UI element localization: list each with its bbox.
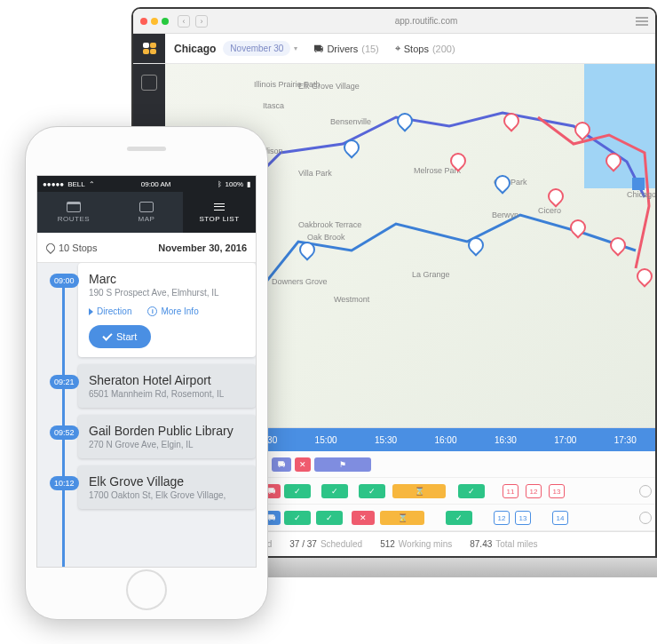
phone-status-bar: ●●●●●BELL⌃ 09:00 AM ᛒ100%▮ — [37, 176, 256, 192]
battery-icon: ▮ — [247, 180, 250, 188]
map-pin-icon[interactable] — [605, 153, 619, 171]
mini-segment[interactable]: 13 — [515, 511, 531, 525]
stop-title: Sheraton Hotel Airport — [89, 373, 245, 387]
mini-segment[interactable]: 12 — [526, 484, 542, 498]
map-pin-icon[interactable] — [503, 113, 517, 131]
browser-chrome: ‹ › app.routific.com — [133, 9, 655, 34]
map-city-label: Oakbrook Terrace — [298, 220, 361, 229]
mini-segment[interactable]: 14 — [552, 511, 568, 525]
route-vertical-line — [62, 279, 65, 567]
stop-segment[interactable]: ⌛ — [380, 511, 424, 525]
map-pin-icon[interactable] — [467, 237, 481, 255]
map-city-label: Oak Brook — [307, 233, 345, 242]
routific-logo-icon — [142, 43, 156, 55]
stop-segment[interactable]: ✕ — [352, 511, 375, 525]
tab-map[interactable]: MAP — [110, 192, 183, 233]
info-icon: i — [147, 306, 157, 316]
tab-stoplist[interactable]: STOP LIST — [183, 192, 256, 233]
stop-address: 6501 Mannheim Rd, Rosemont, IL — [89, 389, 245, 399]
drivers-toggle[interactable]: ⛟ Drivers (15) — [313, 44, 378, 54]
map-pin-icon[interactable] — [609, 237, 623, 255]
stop-title: Elk Grove Village — [89, 474, 245, 489]
destination-flag-icon[interactable] — [632, 178, 645, 190]
status-time: 09:00 AM — [141, 180, 171, 188]
map-pin-icon[interactable] — [574, 122, 588, 139]
app-topbar: Chicago November 30 ▾ ⛟ Drivers (15) ⌖ S… — [133, 34, 655, 64]
flag-segment[interactable]: ⚑ — [314, 457, 371, 472]
stop-title: Gail Borden Public Library — [89, 424, 245, 438]
list-icon — [212, 202, 226, 212]
stop-list[interactable]: 09:00 Marc 190 S Prospect Ave, Elmhurst,… — [37, 263, 256, 567]
map-city-label: La Grange — [412, 270, 450, 279]
browser-forward-button[interactable]: › — [195, 15, 208, 28]
map-pin-icon[interactable] — [547, 188, 561, 206]
vehicle-segment[interactable]: ⛟ — [272, 457, 291, 472]
stop-time-badge: 09:21 — [50, 375, 79, 389]
stop-card[interactable]: 09:21 Sheraton Hotel Airport 6501 Mannhe… — [78, 364, 256, 408]
stoplist-subheader: 10 Stops November 30, 2016 — [37, 233, 256, 263]
pin-icon: ⌖ — [395, 43, 400, 54]
calendar-icon — [67, 202, 81, 212]
stop-segment[interactable]: ✓ — [316, 511, 343, 525]
stops-toggle[interactable]: ⌖ Stops (200) — [395, 43, 455, 54]
bluetooth-icon: ᛒ — [218, 180, 222, 188]
copy-icon[interactable] — [141, 75, 157, 91]
pin-icon — [44, 241, 57, 253]
hamburger-icon[interactable] — [636, 17, 648, 26]
stop-address: 190 S Prospect Ave, Elmhurst, IL — [89, 288, 245, 298]
stop-segment[interactable]: ✓ — [458, 484, 485, 498]
map-city-label: Westmont — [334, 295, 369, 304]
map-pin-icon[interactable] — [569, 219, 583, 237]
map-pin-icon[interactable] — [636, 268, 650, 286]
chevron-down-icon[interactable]: ▾ — [294, 44, 297, 52]
map-city-label: Berwyn — [492, 211, 518, 219]
more-info-link[interactable]: iMore Info — [147, 306, 198, 316]
stop-segment[interactable]: ✓ — [446, 511, 472, 525]
date-pill[interactable]: November 30 — [223, 41, 290, 56]
phone-device: ●●●●●BELL⌃ 09:00 AM ᛒ100%▮ ROUTES MAP ST… — [25, 126, 268, 620]
mini-segment[interactable]: 11 — [503, 484, 518, 498]
app-logo-cell — [133, 34, 165, 63]
direction-link[interactable]: Direction — [89, 306, 131, 316]
stop-address: 270 N Grove Ave, Elgin, IL — [89, 440, 245, 449]
map-city-label: Itasca — [263, 101, 284, 110]
map-city-label: Cicero — [538, 206, 561, 215]
map-pin-icon[interactable] — [298, 242, 313, 259]
map-pin-icon[interactable] — [396, 113, 410, 131]
stop-segment[interactable]: ✓ — [321, 484, 348, 498]
wifi-icon: ⌃ — [89, 180, 95, 188]
tab-routes[interactable]: ROUTES — [37, 192, 110, 233]
stop-title: Marc — [89, 272, 245, 286]
mini-segment[interactable]: 12 — [494, 511, 510, 525]
stop-time-badge: 09:52 — [50, 425, 79, 440]
map-city-label: Chicago — [627, 190, 655, 199]
start-button[interactable]: Start — [89, 325, 151, 348]
map-city-label: Downers Grove — [272, 277, 328, 286]
clock-icon — [639, 512, 652, 524]
stop-segment[interactable]: ✓ — [284, 484, 311, 498]
map-city-label: Bensenville — [330, 117, 371, 126]
browser-url[interactable]: app.routific.com — [217, 16, 636, 26]
check-icon — [102, 330, 112, 340]
subheader-date: November 30, 2016 — [158, 242, 247, 253]
map-pin-icon[interactable] — [449, 153, 463, 171]
map-pin-icon[interactable] — [494, 175, 508, 193]
stop-card[interactable]: 09:52 Gail Borden Public Library 270 N G… — [78, 415, 256, 458]
map-icon — [139, 202, 154, 212]
map-city-label: Villa Park — [298, 169, 332, 178]
project-city[interactable]: Chicago — [174, 43, 216, 55]
stop-segment[interactable]: ⌛ — [392, 484, 446, 498]
stop-card[interactable]: 10:12 Elk Grove Village 1700 Oakton St, … — [78, 465, 256, 509]
stop-address: 1700 Oakton St, Elk Grove Village, — [89, 490, 245, 500]
browser-back-button[interactable]: ‹ — [178, 15, 190, 28]
map-city-label: Illinois Prairie Path — [254, 80, 321, 89]
clock-icon — [639, 485, 652, 497]
stop-segment[interactable]: ✓ — [284, 511, 311, 525]
stop-time-badge: 09:00 — [50, 274, 79, 288]
stop-card-current[interactable]: 09:00 Marc 190 S Prospect Ave, Elmhurst,… — [78, 263, 256, 357]
stop-segment[interactable]: ✓ — [359, 484, 385, 498]
stop-segment[interactable]: ✕ — [295, 457, 311, 472]
mini-segment[interactable]: 13 — [549, 484, 565, 498]
map-pin-icon[interactable] — [343, 139, 357, 157]
window-traffic-lights[interactable] — [140, 18, 169, 25]
